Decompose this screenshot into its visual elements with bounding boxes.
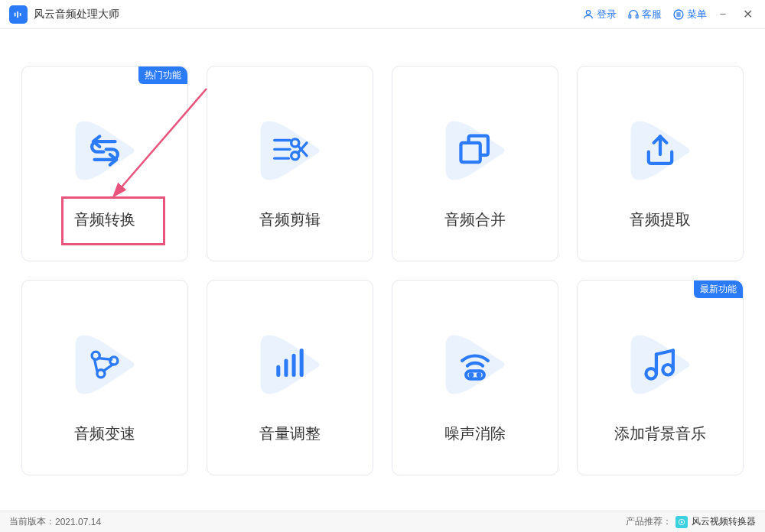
wifi-icon <box>452 342 498 388</box>
merge-icon <box>452 128 498 174</box>
svg-point-27 <box>470 374 473 376</box>
volume-bars-icon <box>267 342 313 388</box>
card-audio-convert[interactable]: 热门功能 音频转换 <box>21 66 188 261</box>
version-label: 当前版本： <box>9 515 55 528</box>
convert-icon <box>82 128 128 174</box>
music-note-icon <box>637 342 683 388</box>
app-logo-icon <box>9 5 28 24</box>
new-badge: 最新功能 <box>694 281 743 298</box>
app-title: 风云音频处理大师 <box>34 8 119 21</box>
card-label: 音频剪辑 <box>259 209 321 230</box>
svg-rect-4 <box>629 15 631 18</box>
svg-point-3 <box>586 10 590 14</box>
support-button[interactable]: 客服 <box>627 8 662 21</box>
card-audio-trim[interactable]: 音频剪辑 <box>207 66 373 261</box>
card-label: 音频提取 <box>630 209 691 230</box>
svg-point-20 <box>110 357 118 365</box>
menu-label: 菜单 <box>687 8 707 21</box>
recommend-logo-icon <box>675 516 688 528</box>
feature-grid: 热门功能 音频转换 <box>0 29 765 475</box>
support-label: 客服 <box>642 8 662 21</box>
svg-line-33 <box>656 350 673 354</box>
user-icon <box>582 8 594 21</box>
card-label: 音频变速 <box>74 423 135 444</box>
menu-button[interactable]: 菜单 <box>672 8 707 21</box>
card-audio-merge[interactable]: 音频合并 <box>392 66 558 261</box>
titlebar: 风云音频处理大师 登录 客服 菜单 － ✕ <box>0 0 765 29</box>
recommend-product[interactable]: 风云视频转换器 <box>692 515 756 528</box>
statusbar: 当前版本： 2021.07.14 产品推荐： 风云视频转换器 <box>0 511 765 532</box>
svg-rect-5 <box>636 15 638 18</box>
svg-rect-0 <box>15 12 16 16</box>
svg-rect-17 <box>461 143 480 162</box>
scissors-icon <box>267 128 313 174</box>
svg-rect-2 <box>20 13 21 16</box>
card-volume-adjust[interactable]: 音量调整 <box>207 280 373 475</box>
menu-icon <box>672 8 685 21</box>
export-icon <box>637 128 683 174</box>
card-label: 音频合并 <box>444 209 506 230</box>
svg-rect-1 <box>17 11 18 17</box>
card-add-bgm[interactable]: 最新功能 添加背景音乐 <box>577 280 744 475</box>
hot-badge: 热门功能 <box>138 66 187 84</box>
recommend-label: 产品推荐： <box>626 515 672 528</box>
speed-icon <box>82 342 128 388</box>
svg-point-28 <box>478 374 480 376</box>
card-label: 音频转换 <box>74 209 135 230</box>
version-value: 2021.07.14 <box>55 517 101 527</box>
card-noise-remove[interactable]: 噪声消除 <box>392 280 558 475</box>
card-label: 音量调整 <box>259 423 321 444</box>
card-audio-speed[interactable]: 音频变速 <box>21 280 188 475</box>
login-label: 登录 <box>597 8 617 21</box>
card-audio-extract[interactable]: 音频提取 <box>577 66 744 261</box>
card-label: 添加背景音乐 <box>614 423 706 444</box>
close-button[interactable]: ✕ <box>739 7 756 21</box>
login-button[interactable]: 登录 <box>582 8 617 21</box>
headset-icon <box>627 8 640 21</box>
card-label: 噪声消除 <box>444 423 506 444</box>
minimize-button[interactable]: － <box>715 6 731 22</box>
